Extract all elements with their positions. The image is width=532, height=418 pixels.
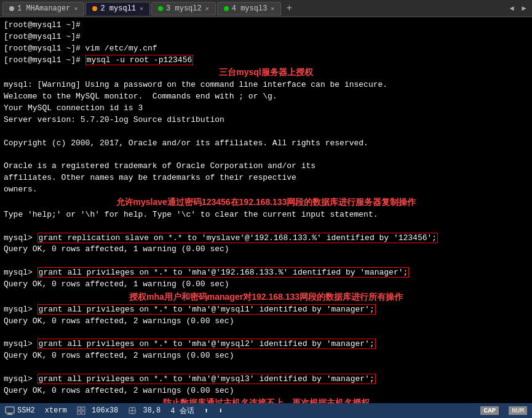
terminal-output-3: Type 'help;' or '\h' for help. Type '\c'… (4, 209, 528, 291)
monitor-icon (5, 406, 15, 416)
annotation-title2: 允许myslave通过密码123456在192.168.133网段的数据库进行服… (4, 197, 528, 208)
grid-icon (77, 406, 85, 415)
svg-rect-5 (77, 411, 81, 414)
status-bar: SSH2 xterm 106x38 38,8 4 会话 ⬆ ⬇ CAP NUM (0, 403, 532, 418)
transfer-down-icon: ⬇ (218, 406, 223, 416)
svg-rect-3 (77, 407, 81, 410)
svg-rect-2 (7, 414, 13, 415)
cols-rows-icon-area: 106x38 (77, 406, 118, 415)
terminal-output-2: mysql: [Warning] Using a password on the… (4, 79, 528, 195)
tab-dot-mysql1 (92, 6, 97, 11)
num-badge: NUM (509, 406, 527, 415)
tab-nav-right[interactable]: ▶ (518, 3, 530, 14)
tab-nav-left[interactable]: ◀ (506, 3, 517, 14)
svg-rect-1 (8, 413, 12, 414)
tab-label-mysql3: 4 mysql3 (232, 4, 268, 13)
tab-label-mhamanager: 1 MHAmanager (17, 4, 70, 13)
transfer-up-icon: ⬆ (204, 406, 208, 416)
tab-dot-mysql3 (224, 6, 229, 11)
annotation-title1: 三台mysql服务器上授权 (4, 67, 528, 78)
ssh-label: SSH2 (17, 406, 35, 415)
ssh-icon-area: SSH2 (5, 406, 35, 416)
tab-close-mhamanager[interactable]: ✕ (74, 5, 77, 12)
tab-close-mysql3[interactable]: ✕ (271, 5, 274, 12)
svg-rect-6 (82, 411, 85, 414)
tab-nav: ◀ ▶ (506, 3, 530, 14)
term-label: xterm (45, 406, 67, 415)
tab-dot-mhamanager (9, 6, 14, 11)
tab-close-mysql2[interactable]: ✕ (205, 5, 209, 12)
tab-mhamanager[interactable]: 1 MHAmanager ✕ (2, 2, 84, 15)
svg-rect-4 (82, 407, 85, 410)
cols-rows-label: 106x38 (92, 406, 118, 415)
terminal-output-4: mysql> grant all privileges on *.* to 'm… (4, 304, 528, 397)
tab-mysql2[interactable]: 3 mysql2 ✕ (151, 2, 216, 15)
position-label: 38,8 (143, 406, 161, 415)
tab-label-mysql1: 2 mysql1 (100, 4, 136, 13)
terminal-output: [root@mysql1 ~]# [root@mysql1 ~]# [root@… (4, 20, 528, 66)
tab-mysql1[interactable]: 2 mysql1 ✕ (85, 2, 150, 15)
tab-close-mysql1[interactable]: ✕ (140, 5, 143, 12)
annotation-title3: 授权mha用户和密码manager对192.168.133网段的数据库进行所有操… (4, 292, 528, 303)
tab-add-button[interactable]: + (282, 2, 296, 15)
sessions-label: 4 会话 (170, 406, 194, 416)
tab-dot-mysql2 (158, 6, 163, 11)
tab-bar: 1 MHAmanager ✕ 2 mysql1 ✕ 3 mysql2 ✕ 4 m… (0, 0, 532, 17)
annotation-title4: 防止数据库通过主机名连接不上，再次根据主机名授权 (4, 398, 528, 403)
cap-badge: CAP (480, 406, 499, 415)
position-icon-area: 38,8 (128, 406, 161, 415)
svg-rect-0 (6, 407, 14, 413)
terminal-area[interactable]: [root@mysql1 ~]# [root@mysql1 ~]# [root@… (0, 17, 532, 403)
position-icon (128, 406, 137, 415)
tab-mysql3[interactable]: 4 mysql3 ✕ (217, 2, 282, 15)
tab-label-mysql2: 3 mysql2 (166, 4, 202, 13)
